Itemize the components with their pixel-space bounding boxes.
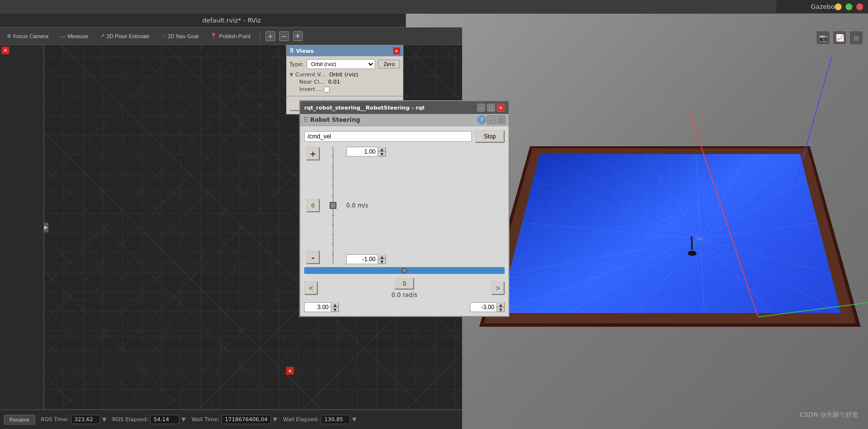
rs-min-up-btn[interactable]: ▲ (378, 254, 386, 259)
gazebo-camera-icon[interactable]: 📷 (816, 31, 830, 45)
rs-min-input[interactable] (346, 254, 378, 264)
rs-angular-max-down[interactable]: ▼ (331, 307, 339, 312)
rs-angular-min-btns: ▲ ▼ (497, 302, 505, 312)
rs-angular-min-down[interactable]: ▼ (497, 307, 505, 312)
rs-h-track[interactable] (304, 267, 505, 274)
nav-goal-btn[interactable]: ↗ 2D Nav Goal (157, 31, 202, 41)
rs-help-btn[interactable]: ? (477, 115, 486, 124)
rs-max-input[interactable] (346, 147, 378, 157)
rs-plugin-circle-btn[interactable]: ○ (497, 115, 506, 124)
rs-window-controls: — □ ✕ (477, 104, 505, 112)
wall-elapsed-value: 130.85 (321, 415, 350, 424)
left-panel-close-area: ✕ (1, 46, 9, 54)
rs-plugin-minus-btn[interactable]: - (487, 115, 496, 124)
ros-elapsed-label: ROS Elapsed: (112, 416, 148, 423)
robot-steering-window: rqt_robot_steering__RobotSteering - rqt … (299, 100, 510, 317)
svg-line-6 (696, 154, 822, 239)
rs-angular-min-spinbox: ▲ ▼ (470, 302, 505, 312)
rs-minimize-btn[interactable]: — (477, 104, 485, 112)
rs-v-controls: + 0 - (304, 147, 322, 264)
rs-h-thumb[interactable] (401, 268, 407, 273)
pool-inner (499, 154, 841, 313)
rs-minus-btn[interactable]: - (306, 250, 320, 264)
rs-angular-max-btns: ▲ ▼ (331, 302, 339, 312)
rviz-status-bar: Rename ROS Time: 323.62 ▼ ROS Elapsed: 5… (0, 409, 462, 429)
rs-v-thumb[interactable] (330, 202, 336, 209)
svg-point-45 (333, 225, 334, 226)
pose-estimate-btn[interactable]: ↗ 2D Pose Estimate (96, 31, 154, 41)
rs-angular-max-up[interactable]: ▲ (331, 302, 339, 307)
svg-line-9 (700, 239, 831, 273)
svg-line-28 (44, 155, 253, 264)
svg-point-38 (333, 156, 334, 158)
measure-icon: — (60, 33, 66, 39)
rs-zero-v-btn[interactable]: 0 (306, 199, 320, 212)
views-tree: ▼ Current V... Orbit (rviz) Near Cl... 0… (289, 71, 400, 93)
rs-v-slider-container[interactable] (326, 147, 340, 264)
rs-angular-min-input[interactable] (470, 302, 497, 312)
rs-min-down-btn[interactable]: ▼ (378, 259, 386, 264)
rs-angular-row: < 0 0.0 rad/s > (304, 278, 505, 298)
views-titlebar: ⠿ Views ✕ (287, 45, 403, 56)
rs-angle-left-btn[interactable]: < (304, 281, 318, 295)
toolbar-add-btn[interactable]: + (266, 31, 275, 41)
toolbar-remove-btn[interactable]: − (279, 31, 289, 41)
wall-time-arrow: ▼ (273, 416, 277, 423)
rs-angle-right-btn[interactable]: > (491, 281, 505, 295)
left-panel-close-btn[interactable]: ✕ (1, 46, 9, 54)
pose-icon: ↗ (100, 33, 105, 39)
rs-body: Stop + 0 - (300, 126, 509, 316)
rename-btn[interactable]: Rename (4, 415, 35, 425)
wall-time-field: Wall Time: 1718676406.04 ▼ (192, 415, 277, 424)
camera-icon: ⊕ (7, 33, 11, 39)
views-tree-arrow: ▼ (289, 72, 293, 77)
wall-elapsed-arrow: ▼ (352, 416, 356, 423)
rviz-bottom-x-btn[interactable]: ✕ (286, 367, 294, 375)
svg-line-1 (518, 154, 700, 239)
svg-point-47 (333, 244, 334, 246)
gazebo-window-title: Gazebo (811, 3, 835, 10)
views-close-btn[interactable]: ✕ (393, 47, 400, 54)
measure-btn[interactable]: — Measure (56, 32, 92, 41)
rs-max-up-btn[interactable]: ▲ (378, 147, 386, 152)
rs-window-title: rqt_robot_steering__RobotSteering - rqt (304, 105, 424, 111)
nav-icon: ↗ (161, 33, 166, 39)
views-body: Type: Orbit (rviz) Zero ▼ Current V... O… (287, 56, 403, 96)
gazebo-close-btn[interactable] (856, 3, 863, 10)
rs-cmd-vel-input[interactable] (304, 131, 472, 142)
wall-elapsed-label: Wall Elapsed: (283, 416, 319, 423)
views-zero-btn[interactable]: Zero (378, 60, 400, 68)
toolbar-eye-btn[interactable]: 👁 (293, 31, 303, 41)
left-panel-expand-btn[interactable]: ▶ (44, 223, 48, 232)
rs-angle-zero-btn[interactable]: 0 (395, 278, 414, 290)
sensor-rays (499, 154, 841, 313)
publish-point-btn[interactable]: 📍 Publish Point (206, 31, 254, 41)
gazebo-titlebar: Gazebo (777, 0, 868, 14)
rs-maximize-btn[interactable]: □ (487, 104, 495, 112)
rs-plus-btn[interactable]: + (306, 147, 320, 160)
svg-line-2 (579, 154, 701, 239)
svg-line-16 (509, 239, 702, 273)
focus-camera-btn[interactable]: ⊕ Focus Camera (3, 31, 52, 41)
rs-max-down-btn[interactable]: ▼ (378, 152, 386, 157)
rs-angular-min-up[interactable]: ▲ (497, 302, 505, 307)
views-type-select[interactable]: Orbit (rviz) (307, 59, 375, 69)
gazebo-minimize-btn[interactable] (835, 3, 842, 10)
svg-line-3 (640, 154, 700, 239)
rs-close-btn[interactable]: ✕ (497, 104, 505, 112)
rs-stop-btn[interactable]: Stop (475, 130, 505, 143)
svg-line-24 (211, 155, 253, 410)
svg-line-23 (128, 155, 253, 410)
gazebo-menu-icon[interactable]: ||| (849, 31, 863, 45)
ros-time-arrow: ▼ (102, 416, 106, 423)
gazebo-maximize-btn[interactable] (846, 3, 852, 10)
svg-line-11 (700, 239, 773, 313)
rviz-titlebar: default.rviz* - RViz (0, 14, 462, 27)
gazebo-chart-icon[interactable]: 📈 (833, 31, 846, 45)
rs-angular-max-input[interactable] (304, 302, 331, 312)
svg-line-15 (499, 239, 704, 313)
rs-max-spinbox-btns: ▲ ▼ (378, 147, 386, 157)
rs-min-spinbox-btns: ▲ ▼ (378, 254, 386, 264)
ros-elapsed-field: ROS Elapsed: 54.14 ▼ (112, 415, 185, 424)
views-invert-checkbox[interactable] (324, 87, 330, 92)
